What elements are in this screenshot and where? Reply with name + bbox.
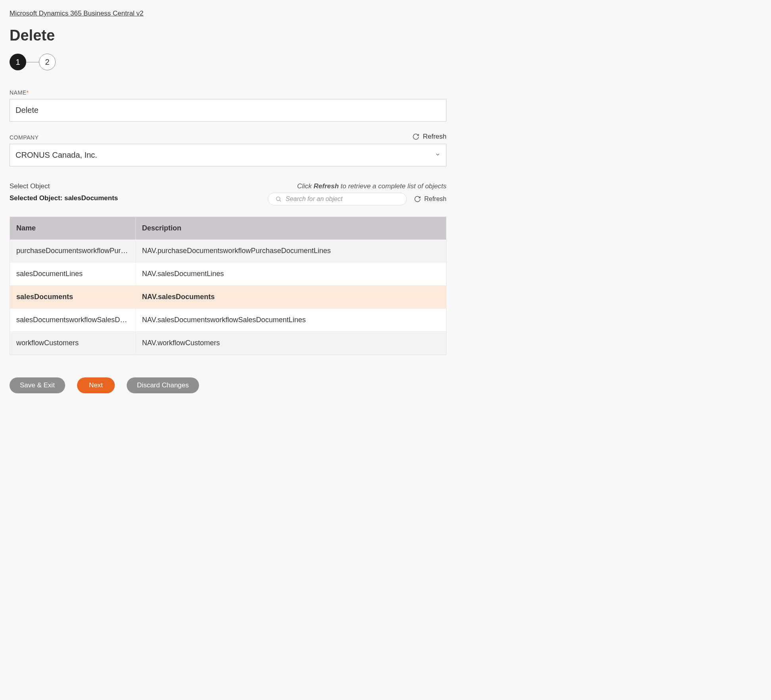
cell-description: NAV.purchaseDocumentsworkflowPurchaseDoc… xyxy=(135,240,446,263)
object-search-input[interactable] xyxy=(286,195,399,203)
object-table-wrap: Name Description purchaseDocumentsworkfl… xyxy=(10,217,446,355)
table-row[interactable]: salesDocumentLinesNAV.salesDocumentLines xyxy=(10,263,446,286)
object-search-box[interactable] xyxy=(268,193,407,205)
company-selected-value: CRONUS Canada, Inc. xyxy=(15,151,97,160)
cell-name: salesDocuments xyxy=(10,286,135,309)
step-connector xyxy=(26,62,39,62)
select-object-label: Select Object xyxy=(10,182,118,190)
refresh-icon xyxy=(412,133,419,140)
col-header-description[interactable]: Description xyxy=(135,217,446,240)
refresh-hint: Click Refresh to retrieve a complete lis… xyxy=(118,182,446,190)
object-table: Name Description purchaseDocumentsworkfl… xyxy=(10,217,446,355)
cell-description: NAV.salesDocumentLines xyxy=(135,263,446,286)
search-icon xyxy=(275,196,282,202)
table-row[interactable]: purchaseDocumentsworkflowPurc…NAV.purcha… xyxy=(10,240,446,263)
step-1[interactable]: 1 xyxy=(10,54,26,70)
name-input[interactable] xyxy=(10,99,446,122)
chevron-down-icon xyxy=(435,152,441,159)
cell-description: NAV.workflowCustomers xyxy=(135,332,446,355)
table-row[interactable]: salesDocumentsworkflowSalesDoc…NAV.sales… xyxy=(10,309,446,332)
wizard-stepper: 1 2 xyxy=(10,54,446,70)
svg-point-0 xyxy=(276,197,280,201)
object-table-scroll[interactable]: Name Description purchaseDocumentsworkfl… xyxy=(10,217,446,355)
object-refresh-button[interactable]: Refresh xyxy=(414,195,446,203)
cell-description: NAV.salesDocuments xyxy=(135,286,446,309)
page-title: Delete xyxy=(10,27,446,44)
required-star: * xyxy=(26,89,29,96)
name-label-text: NAME xyxy=(10,89,26,96)
save-exit-button[interactable]: Save & Exit xyxy=(10,377,65,393)
table-row[interactable]: workflowCustomersNAV.workflowCustomers xyxy=(10,332,446,355)
hint-prefix: Click xyxy=(297,182,314,190)
breadcrumb-link[interactable]: Microsoft Dynamics 365 Business Central … xyxy=(10,10,143,17)
footer-buttons: Save & Exit Next Discard Changes xyxy=(10,377,446,393)
name-label: NAME* xyxy=(10,89,446,96)
refresh-label: Refresh xyxy=(424,195,446,203)
selected-object-text: Selected Object: salesDocuments xyxy=(10,194,118,202)
hint-suffix: to retrieve a complete list of objects xyxy=(339,182,446,190)
refresh-label: Refresh xyxy=(423,133,446,141)
company-label: COMPANY xyxy=(10,134,39,141)
table-row[interactable]: salesDocumentsNAV.salesDocuments xyxy=(10,286,446,309)
step-2[interactable]: 2 xyxy=(39,54,56,70)
hint-bold: Refresh xyxy=(314,182,339,190)
next-button[interactable]: Next xyxy=(77,377,115,393)
cell-name: salesDocumentLines xyxy=(10,263,135,286)
refresh-icon xyxy=(414,195,421,203)
cell-name: workflowCustomers xyxy=(10,332,135,355)
cell-name: purchaseDocumentsworkflowPurc… xyxy=(10,240,135,263)
discard-changes-button[interactable]: Discard Changes xyxy=(127,377,199,393)
company-select[interactable]: CRONUS Canada, Inc. xyxy=(10,144,446,166)
selected-object-prefix: Selected Object: xyxy=(10,194,64,202)
cell-name: salesDocumentsworkflowSalesDoc… xyxy=(10,309,135,332)
cell-description: NAV.salesDocumentsworkflowSalesDocumentL… xyxy=(135,309,446,332)
svg-line-1 xyxy=(280,200,281,201)
company-refresh-button[interactable]: Refresh xyxy=(412,133,446,141)
col-header-name[interactable]: Name xyxy=(10,217,135,240)
selected-object-value: salesDocuments xyxy=(64,194,118,202)
